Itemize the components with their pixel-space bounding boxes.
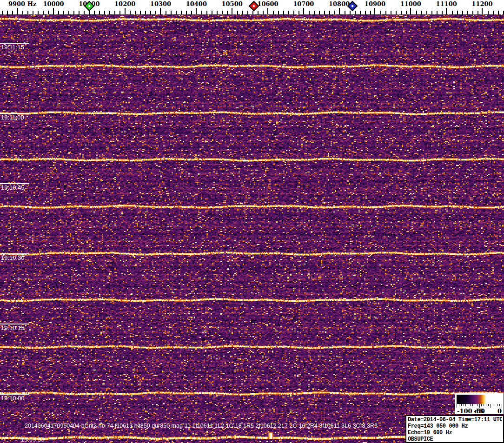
axis-minor-tick — [114, 11, 115, 14]
axis-minor-tick — [493, 11, 494, 14]
colorbar-tick — [491, 404, 491, 408]
axis-frequency-label: 11000 — [400, 0, 421, 7]
frequency-axis: 9900 Hz100001010010200103001040010500106… — [0, 0, 504, 14]
axis-minor-tick — [94, 11, 95, 14]
marker-center-dot — [252, 5, 255, 7]
axis-minor-tick — [191, 11, 192, 14]
axis-minor-tick — [365, 11, 366, 14]
axis-frequency-label: 10400 — [186, 0, 207, 7]
axis-minor-tick — [155, 11, 156, 14]
axis-minor-tick — [396, 11, 397, 14]
colorbar-labels: -100 dB -50 0 — [457, 408, 502, 414]
axis-minor-tick — [212, 11, 212, 14]
axis-minor-tick — [63, 11, 64, 14]
axis-minor-tick — [181, 11, 182, 14]
colorbar-tick — [464, 404, 464, 406]
axis-minor-tick — [472, 11, 473, 14]
axis-minor-tick — [109, 11, 110, 14]
meteor-spectrogram-window: 9900 Hz100001010010200103001040010500106… — [0, 0, 504, 443]
axis-minor-tick — [452, 11, 453, 14]
spectrogram-canvas — [0, 14, 504, 443]
axis-minor-tick — [355, 11, 356, 14]
info-frequency: Freq=143 050 000 Hz — [408, 423, 502, 430]
axis-minor-tick — [258, 11, 259, 14]
axis-minor-tick — [242, 11, 243, 14]
info-station: OBSUPICE — [408, 436, 502, 443]
marker-center-dot — [351, 5, 354, 7]
axis-minor-tick — [79, 11, 80, 14]
axis-minor-tick — [27, 11, 28, 14]
colorbar-label-max: 0 — [497, 408, 502, 415]
axis-minor-tick — [130, 11, 131, 14]
axis-minor-tick — [278, 11, 279, 14]
axis-minor-tick — [416, 11, 417, 14]
axis-minor-tick — [7, 11, 8, 14]
axis-minor-tick — [206, 11, 207, 14]
axis-frequency-label: 10700 — [293, 0, 314, 7]
colorbar-tick — [488, 404, 489, 406]
axis-minor-tick — [186, 11, 187, 14]
axis-minor-tick — [360, 11, 361, 14]
info-echo: Echo=10 600 Hz — [408, 430, 502, 436]
axis-minor-tick — [140, 11, 141, 14]
colorbar-tick — [465, 404, 466, 406]
colorbar-tick — [461, 404, 462, 406]
axis-frequency-label: 10000 — [43, 0, 64, 7]
axis-major-tick — [339, 8, 340, 14]
axis-minor-tick — [166, 11, 166, 14]
time-label: 19:11:00 — [1, 114, 24, 121]
axis-minor-tick — [288, 11, 289, 14]
axis-minor-tick — [329, 11, 330, 14]
colorbar-tick — [499, 404, 500, 406]
colorbar-panel: -100 dB -50 0 — [455, 393, 504, 415]
axis-minor-tick — [380, 11, 381, 14]
colorbar-tick — [457, 404, 457, 408]
axis-minor-tick — [426, 11, 427, 14]
colorbar-tick — [493, 404, 493, 406]
axis-minor-tick — [73, 11, 74, 14]
axis-minor-tick — [38, 11, 39, 14]
axis-minor-tick — [252, 11, 253, 14]
axis-minor-tick — [385, 11, 386, 14]
axis-major-tick — [125, 8, 126, 14]
colorbar-tick — [495, 404, 495, 406]
axis-minor-tick — [58, 11, 59, 14]
event-caption: 20140604170950404 hCnt2 nb-74 f10613 hit… — [25, 423, 378, 429]
axis-minor-tick — [263, 11, 264, 14]
time-label: 19:10:30 — [1, 254, 25, 261]
colorbar-tick — [486, 404, 486, 406]
axis-frequency-label: 10900 — [365, 0, 385, 7]
axis-minor-tick — [33, 11, 33, 14]
axis-minor-tick — [309, 11, 310, 14]
marker-center-dot — [88, 5, 91, 7]
axis-minor-tick — [237, 11, 238, 14]
colorbar-gradient — [457, 395, 502, 404]
axis-minor-tick — [370, 11, 371, 14]
axis-minor-tick — [314, 11, 315, 14]
colorbar-tick — [477, 404, 477, 406]
axis-minor-tick — [201, 11, 202, 14]
axis-minor-tick — [222, 11, 223, 14]
axis-minor-tick — [324, 11, 325, 14]
axis-major-tick — [303, 8, 304, 14]
axis-minor-tick — [104, 11, 105, 14]
axis-frequency-label: 10300 — [150, 0, 171, 7]
axis-minor-tick — [293, 11, 294, 14]
axis-minor-tick — [298, 11, 299, 14]
info-box: Date=2014-06-04 Time=17:11 UTC Freq=143 … — [405, 415, 504, 443]
axis-major-tick — [53, 8, 54, 14]
axis-frequency-label: 11100 — [436, 0, 457, 7]
colorbar-tick — [468, 404, 468, 408]
colorbar-tick — [502, 404, 502, 408]
axis-minor-tick — [462, 11, 463, 14]
axis-minor-tick — [431, 11, 432, 14]
axis-major-tick — [410, 8, 411, 14]
axis-minor-tick — [319, 11, 320, 14]
axis-minor-tick — [68, 11, 69, 14]
axis-major-tick — [160, 8, 161, 14]
axis-frequency-label: 10800 — [329, 0, 350, 7]
axis-minor-tick — [334, 11, 335, 14]
axis-major-tick — [267, 8, 268, 14]
axis-minor-tick — [406, 11, 407, 14]
axis-minor-tick — [488, 11, 489, 14]
